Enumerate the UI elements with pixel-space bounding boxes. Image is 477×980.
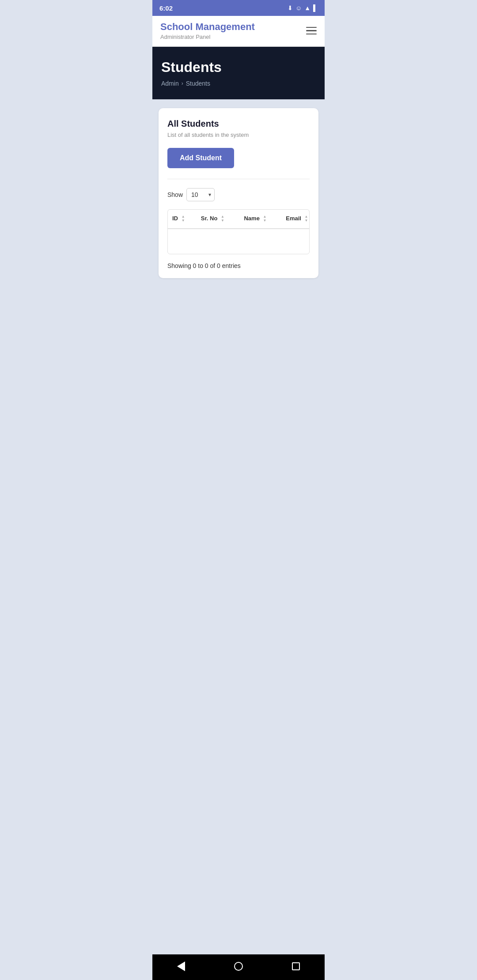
no-data-cell: No data bbox=[168, 229, 310, 254]
breadcrumb-parent[interactable]: Admin bbox=[161, 80, 179, 87]
hamburger-menu-button[interactable] bbox=[306, 27, 317, 35]
brand-title: School Management bbox=[160, 21, 255, 33]
person-download-icon: ⬇ bbox=[288, 4, 293, 11]
status-time: 6:02 bbox=[159, 4, 173, 12]
col-srno-label: Sr. No bbox=[201, 215, 218, 222]
navbar: School Management Administrator Panel bbox=[152, 16, 325, 47]
sort-arrows-name[interactable]: ▲ ▼ bbox=[263, 215, 267, 223]
students-table: ID ▲ ▼ Sr. No ▲ ▼ bbox=[168, 210, 310, 254]
col-header-id[interactable]: ID ▲ ▼ bbox=[168, 210, 197, 229]
sort-arrows-srno[interactable]: ▲ ▼ bbox=[221, 215, 224, 223]
breadcrumb: Admin › Students bbox=[161, 80, 316, 87]
show-rows-control: Show 10 25 50 100 bbox=[167, 188, 310, 201]
add-student-button[interactable]: Add Student bbox=[167, 148, 234, 168]
sort-arrows-id[interactable]: ▲ ▼ bbox=[182, 215, 185, 223]
page-header: Students Admin › Students bbox=[152, 47, 325, 99]
breadcrumb-separator: › bbox=[182, 80, 183, 87]
card-subtitle: List of all students in the system bbox=[167, 132, 310, 138]
main-content: All Students List of all students in the… bbox=[152, 99, 325, 287]
sort-arrows-email[interactable]: ▲ ▼ bbox=[305, 215, 308, 223]
smiley-icon: ☺ bbox=[295, 4, 302, 11]
hamburger-line-1 bbox=[306, 27, 317, 28]
hamburger-line-3 bbox=[306, 34, 317, 35]
brand-subtitle: Administrator Panel bbox=[160, 34, 255, 40]
hamburger-line-2 bbox=[306, 30, 317, 31]
col-id-label: ID bbox=[172, 215, 178, 222]
show-rows-wrapper: 10 25 50 100 bbox=[186, 188, 215, 201]
col-header-sr-no[interactable]: Sr. No ▲ ▼ bbox=[197, 210, 240, 229]
no-data-row: No data bbox=[168, 229, 310, 254]
wifi-icon: ▲ bbox=[304, 4, 310, 11]
col-header-name[interactable]: Name ▲ ▼ bbox=[239, 210, 281, 229]
page-title: Students bbox=[161, 59, 316, 75]
status-icons: ⬇ ☺ ▲ ▌ bbox=[288, 4, 318, 11]
status-bar: 6:02 ⬇ ☺ ▲ ▌ bbox=[152, 0, 325, 16]
students-card: All Students List of all students in the… bbox=[159, 108, 318, 278]
show-rows-select[interactable]: 10 25 50 100 bbox=[186, 188, 215, 201]
divider bbox=[167, 179, 310, 179]
sort-down: ▼ bbox=[305, 219, 308, 223]
sort-down: ▼ bbox=[182, 219, 185, 223]
breadcrumb-current: Students bbox=[186, 80, 210, 87]
sort-down: ▼ bbox=[263, 219, 267, 223]
col-header-email[interactable]: Email ▲ ▼ bbox=[281, 210, 310, 229]
card-title: All Students bbox=[167, 119, 310, 129]
show-label: Show bbox=[167, 191, 183, 198]
sort-down: ▼ bbox=[221, 219, 224, 223]
entries-count: Showing 0 to 0 of 0 entries bbox=[167, 262, 310, 269]
signal-icon: ▌ bbox=[313, 4, 318, 11]
table-header-row: ID ▲ ▼ Sr. No ▲ ▼ bbox=[168, 210, 310, 229]
col-email-label: Email bbox=[286, 215, 301, 222]
navbar-brand: School Management Administrator Panel bbox=[160, 21, 255, 40]
students-table-wrapper: ID ▲ ▼ Sr. No ▲ ▼ bbox=[167, 209, 310, 254]
col-name-label: Name bbox=[244, 215, 259, 222]
